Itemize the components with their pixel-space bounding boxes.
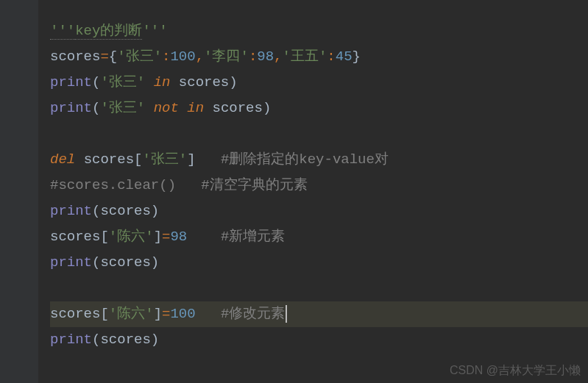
operator: = bbox=[162, 306, 170, 322]
variable: scores bbox=[100, 203, 150, 219]
builtin: print bbox=[50, 203, 92, 219]
variable: scores bbox=[100, 254, 150, 271]
string: '张三' bbox=[100, 100, 145, 116]
variable: scores bbox=[212, 100, 262, 116]
bracket: [ bbox=[134, 151, 142, 168]
gutter bbox=[0, 0, 38, 383]
comment: #scores.clear() #清空字典的元素 bbox=[50, 177, 308, 193]
variable: scores bbox=[50, 229, 100, 245]
code-line[interactable]: scores['陈六']=98 #新增元素 bbox=[50, 224, 588, 250]
paren: ) bbox=[151, 203, 159, 219]
number: 98 bbox=[170, 229, 187, 245]
code-line[interactable]: '''key的判断''' bbox=[50, 18, 588, 44]
builtin: print bbox=[50, 332, 92, 348]
number: 98 bbox=[257, 49, 274, 65]
paren: ( bbox=[92, 254, 100, 271]
code-area[interactable]: '''key的判断''' scores={'张三':100,'李四':98,'王… bbox=[38, 0, 588, 383]
colon: : bbox=[327, 49, 335, 65]
string: '陈六' bbox=[109, 306, 154, 322]
string: '王五' bbox=[283, 49, 327, 65]
paren: ( bbox=[92, 332, 100, 348]
bracket: ] bbox=[187, 151, 195, 168]
colon: : bbox=[162, 49, 170, 65]
number: 45 bbox=[336, 49, 353, 65]
docstring-open: ''' bbox=[50, 23, 75, 40]
operator: = bbox=[162, 229, 170, 245]
code-line[interactable]: print(scores) bbox=[50, 198, 588, 224]
colon: : bbox=[249, 49, 257, 65]
paren: ( bbox=[92, 203, 100, 219]
docstring-close: ''' bbox=[142, 23, 167, 39]
keyword: in bbox=[187, 100, 204, 116]
brace: } bbox=[353, 49, 361, 65]
keyword: in bbox=[154, 74, 171, 90]
bracket: ] bbox=[154, 229, 162, 245]
comment: #新增元素 bbox=[221, 229, 285, 245]
builtin: print bbox=[50, 74, 92, 90]
code-line[interactable]: del scores['张三'] #删除指定的key-value对 bbox=[50, 147, 588, 173]
code-line-blank[interactable] bbox=[50, 276, 588, 301]
comment: #删除指定的key-value对 bbox=[221, 151, 389, 168]
paren: ( bbox=[92, 100, 100, 116]
variable: scores bbox=[179, 74, 229, 90]
comment: #修改元素 bbox=[221, 306, 285, 322]
string: '陈六' bbox=[109, 229, 154, 245]
code-line[interactable]: print(scores) bbox=[50, 250, 588, 276]
variable: scores bbox=[50, 306, 100, 322]
string: '张三' bbox=[142, 151, 187, 168]
code-line[interactable]: #scores.clear() #清空字典的元素 bbox=[50, 173, 588, 198]
comma: , bbox=[196, 49, 204, 65]
bracket: [ bbox=[100, 306, 108, 322]
brace: { bbox=[109, 49, 117, 65]
variable: scores bbox=[84, 151, 134, 168]
number: 100 bbox=[170, 306, 195, 322]
paren: ) bbox=[263, 100, 271, 116]
code-line[interactable]: print('张三' in scores) bbox=[50, 70, 588, 96]
code-line[interactable]: scores={'张三':100,'李四':98,'王五':45} bbox=[50, 44, 588, 70]
bracket: [ bbox=[100, 229, 108, 245]
bracket: ] bbox=[154, 306, 162, 322]
number: 100 bbox=[170, 49, 195, 65]
code-line[interactable]: print(scores) bbox=[50, 327, 588, 353]
docstring-text: key的判断 bbox=[75, 23, 142, 40]
string: '张三' bbox=[117, 49, 162, 65]
paren: ) bbox=[229, 74, 237, 90]
operator: = bbox=[100, 49, 108, 65]
variable: scores bbox=[50, 49, 100, 65]
code-editor[interactable]: '''key的判断''' scores={'张三':100,'李四':98,'王… bbox=[0, 0, 588, 383]
code-line[interactable]: print('张三' not in scores) bbox=[50, 96, 588, 121]
paren: ) bbox=[151, 332, 159, 348]
builtin: print bbox=[50, 254, 92, 271]
paren: ( bbox=[92, 74, 100, 90]
variable: scores bbox=[100, 332, 150, 348]
code-line-active[interactable]: scores['陈六']=100 #修改元素 bbox=[50, 301, 588, 327]
comma: , bbox=[274, 49, 282, 65]
keyword: del bbox=[50, 151, 75, 168]
text-cursor bbox=[286, 305, 287, 323]
keyword: not bbox=[154, 100, 179, 116]
watermark: CSDN @吉林大学王小懒 bbox=[450, 363, 581, 379]
code-line-blank[interactable] bbox=[50, 121, 588, 147]
string: '张三' bbox=[100, 74, 145, 90]
string: '李四' bbox=[204, 49, 249, 65]
builtin: print bbox=[50, 100, 92, 116]
paren: ) bbox=[151, 254, 159, 271]
